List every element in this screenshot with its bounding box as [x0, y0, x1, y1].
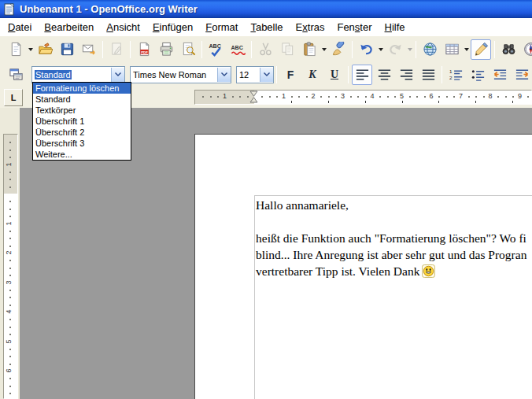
dropdown-arrow[interactable]: [377, 40, 384, 59]
font-size-combobox[interactable]: 12: [236, 66, 274, 83]
paragraph-style-combobox[interactable]: Standard: [31, 66, 125, 83]
align-center-button[interactable]: [374, 65, 394, 85]
text-line[interactable]: [256, 213, 532, 230]
align-left-button[interactable]: [352, 65, 372, 85]
ruler-tick: [468, 96, 470, 98]
undo-button[interactable]: [356, 39, 376, 60]
text-line[interactable]: vertretbarer Tipp ist. Vielen Dank: [256, 263, 532, 279]
combo-dropdown-button[interactable]: [217, 68, 231, 82]
magnifier-page-icon: [181, 42, 196, 57]
ruler-tick: [9, 142, 11, 143]
page-preview-button[interactable]: [178, 39, 198, 60]
menu-datei[interactable]: Datei: [2, 19, 38, 35]
horizontal-ruler[interactable]: 1123456789: [194, 90, 532, 105]
new-document-button[interactable]: [6, 39, 26, 60]
style-dropdown-item[interactable]: Formatierung löschen: [33, 83, 131, 94]
toolbar-separator: [348, 66, 349, 83]
bullet-list-button[interactable]: [467, 65, 488, 85]
align-left-icon: [355, 67, 370, 82]
dropdown-arrow[interactable]: [27, 40, 34, 59]
hyperlink-button[interactable]: [419, 39, 440, 60]
menu-fenster[interactable]: Fenster: [331, 19, 378, 35]
globe-icon: [423, 42, 438, 57]
text-line[interactable]: heißt die Funktion auch "Formatierung lö…: [256, 230, 532, 246]
title-bar[interactable]: Unbenannt 1 - OpenOffice.org Writer: [0, 0, 532, 18]
menu-hilfe[interactable]: Hilfe: [379, 19, 412, 35]
svg-text:ABC: ABC: [231, 45, 242, 51]
doc-new-icon: [9, 42, 24, 57]
spellcheck-button[interactable]: ABC: [205, 39, 226, 60]
text-line[interactable]: Hallo annamariele,: [256, 197, 532, 213]
style-dropdown-item[interactable]: Weitere...: [33, 149, 131, 160]
ruler-tick: [320, 96, 322, 98]
printer-icon: [159, 42, 174, 57]
combo-dropdown-button[interactable]: [111, 68, 124, 82]
indent-marker[interactable]: [249, 91, 258, 105]
ruler-tick: [9, 157, 11, 158]
decrease-indent-button[interactable]: [490, 65, 510, 85]
send-email-button[interactable]: [79, 39, 99, 60]
style-dropdown-item[interactable]: Textkörper: [33, 105, 131, 116]
font-size-combobox-value[interactable]: 12: [237, 70, 260, 79]
binoculars-icon: [501, 42, 516, 57]
styles-and-formatting-button[interactable]: [6, 65, 26, 85]
format-paintbrush-button[interactable]: [328, 39, 349, 60]
ruler-tick: [291, 96, 293, 98]
navigator-button[interactable]: [520, 39, 532, 60]
auto-spellcheck-button[interactable]: ABC: [227, 39, 248, 60]
style-dropdown-item[interactable]: Standard: [33, 94, 131, 105]
increase-indent-button[interactable]: [512, 65, 532, 85]
ruler-tick: [298, 96, 300, 98]
ruler-tick: [9, 305, 11, 306]
menu-tabelle[interactable]: Tabelle: [244, 19, 289, 35]
insert-table-button[interactable]: [441, 39, 462, 60]
open-file-button[interactable]: [35, 39, 55, 60]
show-draw-functions-button[interactable]: [471, 39, 491, 60]
menu-extras[interactable]: Extras: [290, 19, 331, 35]
document-text-area[interactable]: Hallo annamariele,heißt die Funktion auc…: [254, 195, 532, 399]
menu-bearbeiten[interactable]: Bearbeiten: [38, 19, 100, 35]
font-name-combobox[interactable]: Times New Roman: [130, 66, 231, 83]
bullet-list-icon: [471, 67, 486, 82]
redo-button: [385, 39, 405, 60]
bold-button[interactable]: F: [280, 65, 301, 85]
find-replace-button[interactable]: [498, 39, 519, 60]
numbered-list-button[interactable]: 12: [445, 65, 466, 85]
ruler-tick: [9, 364, 11, 365]
underline-button[interactable]: U: [324, 65, 345, 85]
italic-button[interactable]: K: [302, 65, 323, 85]
align-right-button[interactable]: [396, 65, 416, 85]
paste-button[interactable]: [299, 39, 320, 60]
dropdown-arrow[interactable]: [320, 40, 327, 59]
save-document-button[interactable]: [57, 39, 77, 60]
text-line[interactable]: blind... Ihre Anregung ist aber sehr gut…: [256, 246, 532, 263]
ruler-tick: [409, 96, 411, 98]
export-pdf-button[interactable]: PDF: [134, 39, 154, 60]
ruler-number: 5: [5, 339, 13, 343]
style-dropdown-item[interactable]: Überschrift 1: [33, 116, 131, 127]
default-tab-stop-mark: [328, 101, 329, 103]
svg-text:PDF: PDF: [141, 50, 148, 54]
menu-format[interactable]: Format: [199, 19, 244, 35]
vertical-ruler[interactable]: 1123456: [3, 134, 18, 399]
menu-ansicht[interactable]: Ansicht: [100, 19, 146, 35]
paragraph-style-combobox-value[interactable]: Standard: [32, 70, 111, 79]
styles-window-icon: [9, 67, 24, 82]
menu-einfgen[interactable]: Einfügen: [146, 19, 199, 35]
style-dropdown-item[interactable]: Überschrift 2: [33, 127, 131, 138]
font-name-combobox-value[interactable]: Times New Roman: [131, 70, 217, 79]
ruler-tick: [269, 96, 271, 98]
combo-dropdown-button[interactable]: [260, 68, 273, 82]
ruler-tick: [9, 393, 11, 394]
undo-arrow-icon: [359, 42, 374, 57]
ruler-tick: [438, 96, 440, 98]
align-justify-button[interactable]: [418, 65, 438, 85]
print-file-button[interactable]: [156, 39, 176, 60]
standard-toolbar: PDFABCABC: [0, 36, 532, 63]
ruler-tick: [446, 96, 448, 98]
style-dropdown-item[interactable]: Überschrift 3: [33, 138, 131, 149]
dropdown-arrow[interactable]: [463, 40, 470, 59]
document-page[interactable]: Hallo annamariele,heißt die Funktion auc…: [194, 134, 532, 399]
default-tab-stop-mark: [291, 101, 292, 103]
tab-stop-selector-button[interactable]: L: [4, 89, 23, 106]
